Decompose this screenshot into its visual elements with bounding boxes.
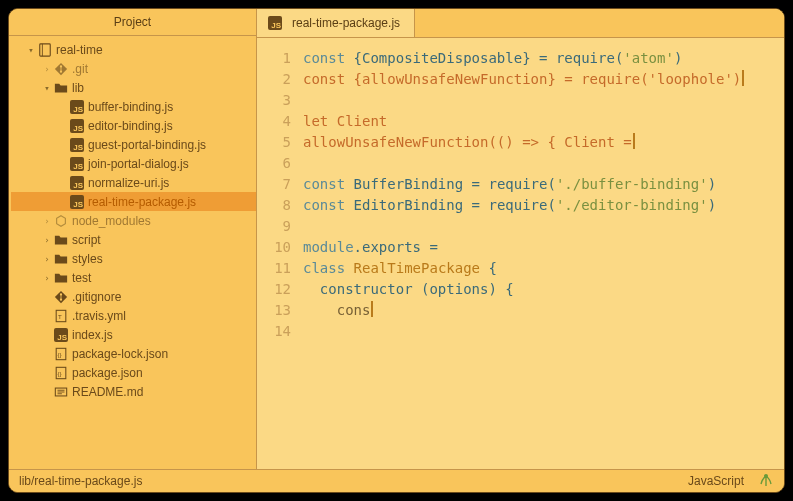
status-file-path[interactable]: lib/real-time-package.js [19, 474, 142, 488]
text-cursor [633, 133, 635, 149]
tree-item-label: real-time-package.js [88, 195, 196, 209]
tree-item-test[interactable]: ›test [11, 268, 256, 287]
tree-item-editor-binding-js[interactable]: JSeditor-binding.js [11, 116, 256, 135]
editor-pane: JS real-time-package.js 1234567891011121… [257, 9, 784, 469]
code-editor[interactable]: 1234567891011121314 const {CompositeDisp… [257, 38, 784, 469]
text-cursor [371, 301, 373, 317]
js-file-icon: JS [267, 16, 283, 30]
tree-item-buffer-binding-js[interactable]: JSbuffer-binding.js [11, 97, 256, 116]
tree-item-real-time-package-js[interactable]: JSreal-time-package.js [11, 192, 256, 211]
tree-item-label: styles [72, 252, 103, 266]
tree-item-label: normalize-uri.js [88, 176, 169, 190]
tree-item-label: package-lock.json [72, 347, 168, 361]
json-icon: {} [53, 347, 69, 361]
tree-item-label: script [72, 233, 101, 247]
json-icon: {} [53, 366, 69, 380]
js-icon: JS [69, 195, 85, 209]
tree-item-package-json[interactable]: {}package.json [11, 363, 256, 382]
travis-icon: T [53, 309, 69, 323]
status-language[interactable]: JavaScript [688, 474, 744, 488]
folder-icon [53, 271, 69, 285]
app-window: Project ▾real-time›.git▾libJSbuffer-bind… [8, 8, 785, 493]
folder-icon [53, 252, 69, 266]
tree-item-label: editor-binding.js [88, 119, 173, 133]
tree-item-node-modules[interactable]: ›node_modules [11, 211, 256, 230]
text-cursor [742, 70, 744, 86]
main-area: Project ▾real-time›.git▾libJSbuffer-bind… [9, 9, 784, 469]
project-sidebar: Project ▾real-time›.git▾libJSbuffer-bind… [9, 9, 257, 469]
tree-item-package-lock-json[interactable]: {}package-lock.json [11, 344, 256, 363]
md-icon [53, 385, 69, 399]
svg-text:{}: {} [58, 369, 62, 376]
disclosure-triangle-icon[interactable]: ▾ [41, 83, 53, 93]
tree-item--travis-yml[interactable]: T.travis.yml [11, 306, 256, 325]
file-tree[interactable]: ▾real-time›.git▾libJSbuffer-binding.jsJS… [9, 36, 256, 469]
tree-item-label: package.json [72, 366, 143, 380]
tree-item-label: test [72, 271, 91, 285]
js-icon: JS [69, 176, 85, 190]
tab-bar[interactable]: JS real-time-package.js [257, 9, 784, 38]
folder-icon [53, 81, 69, 95]
tree-item-label: node_modules [72, 214, 151, 228]
js-icon: JS [69, 100, 85, 114]
tree-item-label: real-time [56, 43, 103, 57]
tree-item-label: index.js [72, 328, 113, 342]
tree-item-normalize-uri-js[interactable]: JSnormalize-uri.js [11, 173, 256, 192]
js-icon: JS [69, 119, 85, 133]
tree-item-label: .git [72, 62, 88, 76]
tree-item-label: .gitignore [72, 290, 121, 304]
tree-item--gitignore[interactable]: .gitignore [11, 287, 256, 306]
tree-item-label: guest-portal-binding.js [88, 138, 206, 152]
tree-item-guest-portal-binding-js[interactable]: JSguest-portal-binding.js [11, 135, 256, 154]
node-icon [53, 214, 69, 228]
tab-title: real-time-package.js [292, 16, 400, 30]
tree-item-styles[interactable]: ›styles [11, 249, 256, 268]
disclosure-triangle-icon[interactable]: › [41, 235, 53, 245]
tree-item-real-time[interactable]: ▾real-time [11, 40, 256, 59]
teletype-share-icon[interactable] [758, 474, 774, 488]
repo-icon [37, 43, 53, 57]
svg-rect-0 [40, 43, 51, 55]
tree-item-label: .travis.yml [72, 309, 126, 323]
js-icon: JS [69, 157, 85, 171]
tree-item-lib[interactable]: ▾lib [11, 78, 256, 97]
tree-item-script[interactable]: ›script [11, 230, 256, 249]
js-icon: JS [53, 328, 69, 342]
tree-item-label: lib [72, 81, 84, 95]
disclosure-triangle-icon[interactable]: › [41, 64, 53, 74]
line-number-gutter: 1234567891011121314 [257, 48, 303, 469]
svg-text:{}: {} [58, 350, 62, 357]
disclosure-triangle-icon[interactable]: › [41, 254, 53, 264]
tree-item-label: README.md [72, 385, 143, 399]
disclosure-triangle-icon[interactable]: › [41, 273, 53, 283]
git-icon [53, 290, 69, 304]
code-content[interactable]: const {CompositeDisposable} = require('a… [303, 48, 784, 469]
tree-item-label: join-portal-dialog.js [88, 157, 189, 171]
svg-point-18 [765, 475, 768, 478]
tree-item-join-portal-dialog-js[interactable]: JSjoin-portal-dialog.js [11, 154, 256, 173]
folder-icon [53, 233, 69, 247]
svg-text:T: T [58, 312, 62, 319]
sidebar-title: Project [9, 9, 256, 36]
tree-item-readme-md[interactable]: README.md [11, 382, 256, 401]
tree-item--git[interactable]: ›.git [11, 59, 256, 78]
tab-real-time-package[interactable]: JS real-time-package.js [257, 9, 415, 37]
tree-item-index-js[interactable]: JSindex.js [11, 325, 256, 344]
js-icon: JS [69, 138, 85, 152]
disclosure-triangle-icon[interactable]: › [41, 216, 53, 226]
git-icon [53, 62, 69, 76]
status-bar: lib/real-time-package.js JavaScript [9, 469, 784, 492]
disclosure-triangle-icon[interactable]: ▾ [25, 45, 37, 55]
tree-item-label: buffer-binding.js [88, 100, 173, 114]
